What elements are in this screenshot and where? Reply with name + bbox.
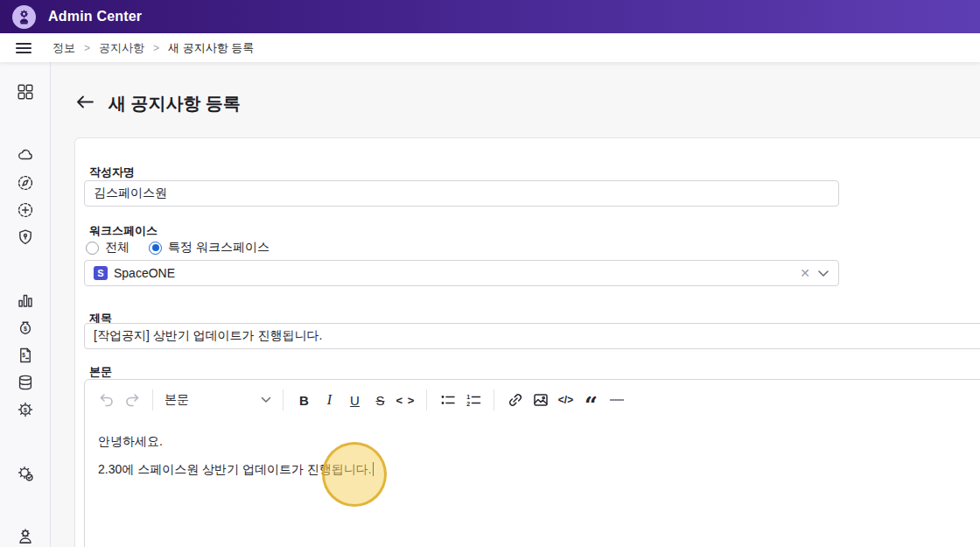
bullet-list-icon[interactable] bbox=[435, 388, 460, 412]
notice-form-card: 작성자명 워크스페이스 전체 특정 워크스페이스 S SpaceONE ✕ 제목… bbox=[74, 137, 980, 547]
admin-account-icon[interactable] bbox=[17, 528, 34, 545]
app-title: Admin Center bbox=[48, 9, 142, 25]
radio-circle-icon[interactable] bbox=[86, 242, 99, 255]
editor-paragraph[interactable]: 2.30에 스페이스원 상반기 업데이트가 진행됩니다. bbox=[98, 460, 980, 479]
workspace-tag-icon: S bbox=[94, 266, 108, 280]
toolbar-divider bbox=[494, 389, 494, 410]
breadcrumb-item-notice[interactable]: 공지사항 bbox=[99, 40, 144, 56]
undo-icon[interactable] bbox=[94, 388, 119, 412]
breadcrumb-separator: > bbox=[153, 42, 159, 54]
author-input[interactable] bbox=[84, 180, 839, 207]
breadcrumb-bar: 정보 > 공지사항 > 새 공지사항 등록 bbox=[0, 33, 980, 62]
paragraph-style-value: 본문 bbox=[164, 392, 189, 408]
radio-circle-icon-selected[interactable] bbox=[149, 242, 162, 255]
link-icon[interactable] bbox=[502, 388, 528, 412]
paragraph-style-dropdown[interactable]: 본문 bbox=[164, 392, 271, 408]
redo-icon[interactable] bbox=[119, 388, 144, 412]
code-block-button[interactable]: </> bbox=[553, 388, 578, 412]
invoice-icon[interactable]: $ bbox=[17, 347, 34, 364]
image-icon[interactable] bbox=[528, 388, 553, 412]
back-arrow-icon[interactable] bbox=[76, 95, 94, 112]
service-plus-icon[interactable] bbox=[17, 201, 34, 219]
admin-center-logo-icon[interactable] bbox=[12, 5, 36, 29]
chevron-down-icon bbox=[261, 396, 271, 403]
text-cursor bbox=[373, 462, 374, 476]
editor-toolbar: 본문 B I U S < > 12 </> “ bbox=[85, 380, 980, 420]
workspace-radio-group: 전체 특정 워크스페이스 bbox=[86, 240, 270, 256]
title-input[interactable] bbox=[84, 323, 980, 349]
breadcrumb-item-info[interactable]: 정보 bbox=[52, 40, 75, 56]
italic-button[interactable]: I bbox=[317, 388, 342, 412]
svg-text:1: 1 bbox=[466, 394, 470, 400]
cost-gear-icon[interactable]: $ bbox=[17, 401, 34, 418]
database-icon[interactable] bbox=[17, 374, 34, 391]
toolbar-divider bbox=[426, 389, 427, 410]
svg-text:$: $ bbox=[24, 407, 27, 414]
radio-all-label[interactable]: 전체 bbox=[105, 240, 130, 256]
breadcrumb-separator: > bbox=[84, 42, 90, 54]
editor-paragraph[interactable]: 안녕하세요. bbox=[98, 432, 980, 451]
author-label: 작성자명 bbox=[89, 165, 135, 180]
inline-code-button[interactable]: < > bbox=[393, 388, 418, 412]
dashboard-grid-icon[interactable] bbox=[17, 83, 34, 101]
clear-selection-icon[interactable]: ✕ bbox=[800, 266, 810, 280]
body-label: 본문 bbox=[89, 364, 112, 380]
sidebar: $ $ $ bbox=[0, 62, 51, 547]
horizontal-rule-icon[interactable] bbox=[604, 388, 629, 412]
bold-button[interactable]: B bbox=[291, 388, 317, 412]
radio-all-workspaces[interactable]: 전체 bbox=[86, 240, 130, 256]
rich-text-editor: 본문 B I U S < > 12 </> “ bbox=[84, 379, 980, 547]
cloud-icon[interactable] bbox=[17, 146, 34, 164]
menu-hamburger-icon[interactable] bbox=[16, 43, 32, 53]
ordered-list-icon[interactable]: 12 bbox=[460, 388, 486, 412]
radio-specific-workspace[interactable]: 특정 워크스페이스 bbox=[149, 240, 270, 256]
toolbar-divider bbox=[283, 389, 284, 410]
underline-button[interactable]: U bbox=[342, 388, 368, 412]
blockquote-button[interactable]: “ bbox=[578, 388, 604, 412]
editor-paragraph-text: 2.30에 스페이스원 상반기 업데이트가 진행됩니다. bbox=[98, 462, 372, 476]
shield-key-icon[interactable] bbox=[17, 228, 34, 246]
compass-icon[interactable] bbox=[17, 174, 34, 192]
editor-content[interactable]: 안녕하세요. 2.30에 스페이스원 상반기 업데이트가 진행됩니다. bbox=[85, 420, 980, 501]
app-header: Admin Center bbox=[0, 0, 980, 33]
toolbar-divider bbox=[152, 389, 153, 410]
money-bag-icon[interactable]: $ bbox=[17, 319, 34, 337]
settings-gear-check-icon[interactable] bbox=[17, 465, 34, 482]
page-title: 새 공지사항 등록 bbox=[108, 92, 241, 116]
radio-specific-label[interactable]: 특정 워크스페이스 bbox=[168, 240, 270, 256]
workspace-select-value: SpaceONE bbox=[114, 266, 175, 280]
breadcrumb: 정보 > 공지사항 > 새 공지사항 등록 bbox=[52, 40, 254, 56]
workspace-select[interactable]: S SpaceONE ✕ bbox=[84, 260, 839, 286]
svg-text:$: $ bbox=[22, 352, 25, 359]
svg-text:2: 2 bbox=[466, 401, 470, 407]
chevron-down-icon[interactable] bbox=[817, 270, 830, 277]
breadcrumb-item-current: 새 공지사항 등록 bbox=[168, 40, 254, 56]
strikethrough-button[interactable]: S bbox=[368, 388, 393, 412]
bar-chart-icon[interactable] bbox=[17, 291, 34, 309]
svg-text:$: $ bbox=[24, 326, 27, 333]
workspace-label: 워크스페이스 bbox=[89, 223, 158, 239]
